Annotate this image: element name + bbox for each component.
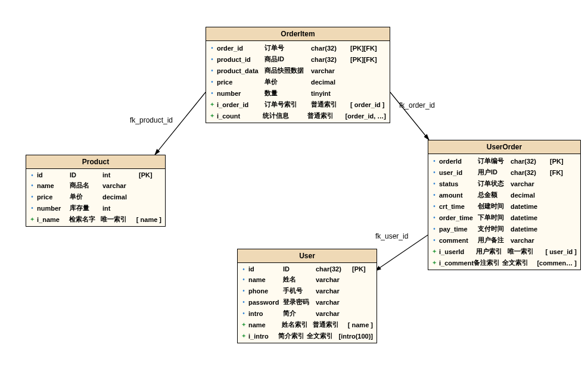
col-type: 普通索引: [311, 100, 347, 109]
index-bullet-icon: ✦: [432, 259, 437, 266]
col-desc: 简介: [283, 309, 316, 318]
col-desc: 单价: [265, 77, 311, 86]
col-name: pay_time: [439, 226, 478, 233]
entity-product-body: •idIDint[PK]•name商品名varchar•price单价decim…: [26, 169, 165, 226]
index-bullet-icon: ✦: [210, 112, 214, 119]
col-flags: [PK][FK]: [350, 45, 377, 52]
column-bullet-icon: •: [432, 169, 437, 176]
col-desc: 库存量: [70, 204, 102, 212]
table-row: •product_data商品快照数据varchar: [206, 65, 390, 76]
entity-orderitem: OrderItem •order_id订单号char(32)[PK][FK]•p…: [206, 27, 390, 123]
col-type: decimal: [311, 79, 347, 86]
column-bullet-icon: •: [241, 310, 246, 317]
column-bullet-icon: •: [30, 205, 35, 211]
edge-fk-order-id: [390, 92, 429, 140]
table-row: •product_id商品IDchar(32)[PK][FK]: [206, 54, 390, 65]
col-name: price: [37, 193, 70, 201]
col-desc: 下单时间: [478, 213, 511, 222]
col-flags: [ user_id ]: [545, 248, 577, 255]
col-type: varchar: [511, 180, 546, 187]
table-row: •idIDint[PK]: [26, 170, 165, 180]
col-type: int: [102, 205, 135, 212]
edge-fk-user-id: [375, 235, 428, 271]
table-row: •name商品名varchar: [26, 180, 165, 191]
column-bullet-icon: •: [30, 182, 35, 189]
table-row: •amount总金额decimal: [428, 189, 580, 201]
col-flags: [ name ]: [136, 216, 161, 223]
table-row: •pay_time支付时间datetime: [428, 223, 580, 234]
table-row: ✦i_intro简介索引全文索引[intro(100)]: [238, 330, 377, 342]
index-bullet-icon: ✦: [241, 321, 246, 328]
column-bullet-icon: •: [241, 266, 246, 273]
column-bullet-icon: •: [432, 226, 437, 232]
col-type: datetime: [511, 203, 546, 210]
col-name: order_time: [439, 214, 478, 221]
col-desc: ID: [70, 171, 102, 179]
col-desc: 总金额: [478, 190, 511, 199]
col-type: varchar: [316, 287, 349, 295]
table-row: •intro简介varchar: [238, 308, 377, 319]
col-desc: 支付时间: [478, 224, 511, 233]
col-desc: 用户ID: [478, 168, 511, 177]
entity-orderitem-title: OrderItem: [206, 27, 390, 41]
col-name: i_order_id: [217, 101, 265, 108]
col-type: int: [102, 171, 135, 179]
fk-label-user-id: fk_user_id: [375, 232, 408, 240]
col-type: datetime: [511, 226, 546, 233]
column-bullet-icon: •: [432, 203, 437, 209]
col-type: varchar: [316, 310, 349, 317]
column-bullet-icon: •: [432, 158, 437, 164]
col-type: char(32): [511, 158, 546, 165]
column-bullet-icon: •: [210, 56, 214, 62]
col-name: user_id: [439, 169, 478, 176]
col-name: orderId: [439, 158, 478, 165]
index-bullet-icon: ✦: [30, 216, 35, 223]
table-row: ✦i_userId用户索引唯一索引[ user_id ]: [428, 246, 580, 257]
table-row: •password登录密码varchar: [238, 296, 377, 308]
table-row: ✦i_comment备注索引全文索引[commen… ]: [428, 257, 580, 268]
col-type: 全文索引: [502, 258, 533, 267]
col-type: char(32): [311, 56, 347, 63]
column-bullet-icon: •: [241, 299, 246, 305]
table-row: •order_id订单号char(32)[PK][FK]: [206, 42, 390, 54]
table-row: ✦name姓名索引普通索引[ name ]: [238, 319, 377, 330]
col-name: intro: [248, 310, 283, 317]
entity-userorder-title: UserOrder: [428, 140, 580, 154]
index-bullet-icon: ✦: [210, 101, 214, 108]
col-flags: [FK]: [550, 169, 563, 176]
entity-orderitem-body: •order_id订单号char(32)[PK][FK]•product_id商…: [206, 41, 390, 123]
col-name: crt_time: [439, 203, 478, 210]
col-name: order_id: [217, 45, 265, 52]
table-row: •status订单状态varchar: [428, 178, 580, 189]
table-row: •number数量tinyint: [206, 87, 390, 99]
col-desc: 数量: [265, 89, 311, 98]
col-flags: [commen… ]: [537, 259, 577, 267]
col-flags: [order_id, …]: [346, 112, 386, 120]
col-type: 普通索引: [313, 320, 344, 329]
column-bullet-icon: •: [30, 193, 35, 200]
table-row: •comment用户备注varchar: [428, 234, 580, 246]
table-row: ✦i_order_id订单号索引普通索引[ order_id ]: [206, 99, 390, 110]
col-desc: 用户备注: [478, 236, 511, 245]
column-bullet-icon: •: [210, 45, 214, 51]
col-type: char(32): [511, 169, 546, 176]
col-type: 唯一索引: [101, 215, 133, 224]
col-name: id: [37, 171, 70, 179]
entity-product: Product •idIDint[PK]•name商品名varchar•pric…: [26, 155, 166, 227]
col-desc: 统计信息: [263, 111, 307, 120]
entity-product-title: Product: [26, 155, 165, 169]
index-bullet-icon: ✦: [432, 248, 437, 255]
column-bullet-icon: •: [210, 67, 214, 74]
col-type: decimal: [511, 192, 546, 199]
col-type: 唯一索引: [508, 247, 542, 256]
col-flags: [PK]: [139, 171, 153, 179]
col-name: name: [248, 321, 282, 328]
col-name: i_name: [37, 216, 69, 223]
col-desc: 订单状态: [478, 179, 511, 188]
entity-user: User •idIDchar(32)[PK]•name姓名varchar•pho…: [237, 249, 377, 343]
col-type: datetime: [511, 214, 546, 221]
column-bullet-icon: •: [432, 214, 437, 221]
col-type: tinyint: [311, 90, 347, 97]
table-row: ✦i_count统计信息普通索引[order_id, …]: [206, 110, 390, 121]
col-desc: 备注索引: [474, 258, 502, 267]
